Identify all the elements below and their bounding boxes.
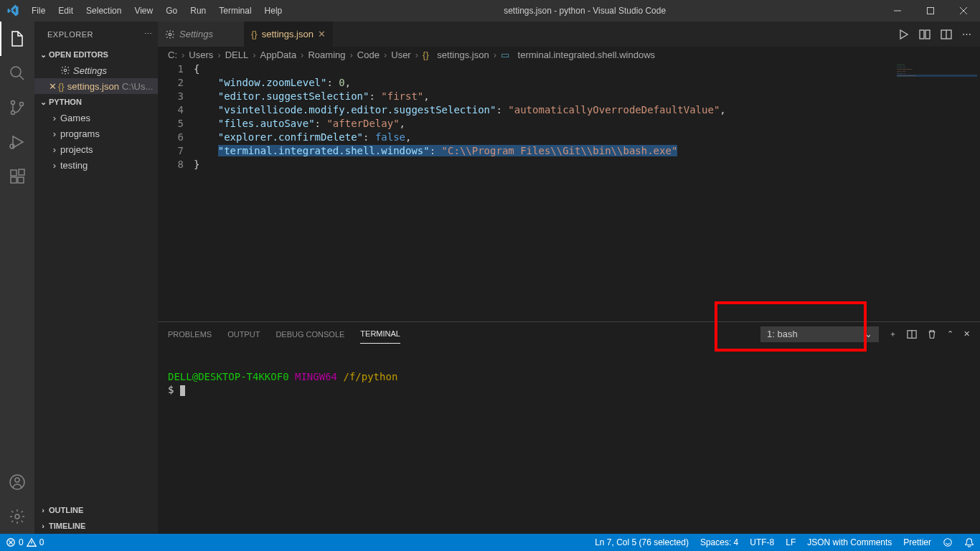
maximize-panel-icon[interactable]: ⌃ <box>947 329 953 339</box>
feedback-icon[interactable] <box>937 537 958 547</box>
svg-point-13 <box>64 69 67 72</box>
svg-point-1 <box>11 67 21 77</box>
menu-run[interactable]: Run <box>184 6 212 16</box>
open-editors-section[interactable]: ⌄ OPEN EDITORS <box>34 47 158 62</box>
gear-icon <box>60 65 70 75</box>
debug-icon[interactable] <box>0 125 34 159</box>
tab-settings[interactable]: Settings <box>158 22 244 47</box>
status-cursor[interactable]: Ln 7, Col 5 (76 selected) <box>589 537 694 547</box>
braces-icon: {} <box>423 50 429 60</box>
open-editor-settings-json[interactable]: ✕ {} settings.json C:\Us... <box>34 78 158 94</box>
panel-tabs: PROBLEMS OUTPUT DEBUG CONSOLE TERMINAL 1… <box>158 322 980 346</box>
panel-tab-problems[interactable]: PROBLEMS <box>168 325 212 344</box>
split-terminal-icon[interactable] <box>907 329 917 339</box>
terminal-selector[interactable]: 1: bash ⌄ <box>760 326 879 342</box>
svg-point-3 <box>11 111 15 115</box>
new-terminal-icon[interactable]: ＋ <box>889 329 897 339</box>
status-errors[interactable]: 0 0 <box>0 537 50 547</box>
line-numbers: 12345678 <box>158 62 194 321</box>
bottom-panel: PROBLEMS OUTPUT DEBUG CONSOLE TERMINAL 1… <box>158 321 980 534</box>
folder-programs[interactable]: ›programs <box>34 126 158 141</box>
chevron-down-icon: ⌄ <box>37 98 49 107</box>
chevron-right-icon: › <box>37 506 49 514</box>
svg-point-2 <box>11 101 15 105</box>
editor-zone: Settings {} settings.json ✕ ⋯ C:› Users›… <box>158 22 980 534</box>
account-icon[interactable] <box>0 465 34 499</box>
trash-icon[interactable] <box>927 329 937 339</box>
chevron-down-icon: ⌄ <box>864 329 872 339</box>
open-editor-settings[interactable]: Settings <box>34 62 158 78</box>
panel-tab-output[interactable]: OUTPUT <box>227 325 260 344</box>
svg-point-14 <box>169 33 171 36</box>
chevron-right-icon: › <box>49 128 60 139</box>
braces-icon: {} <box>251 29 258 39</box>
minimap[interactable]: ▬▬▬▬▬▬▬▬▬▬▬▬▬▬▬ ▬▬▬▬▬▬▬▬▬▬▬▬▬▬▬▬▬▬▬▬▬▬▬▬… <box>894 62 980 321</box>
menu-help[interactable]: Help <box>258 6 289 16</box>
timeline-section[interactable]: ›TIMELINE <box>34 518 158 534</box>
folder-testing[interactable]: ›testing <box>34 157 158 173</box>
svg-point-20 <box>944 539 952 547</box>
chevron-right-icon: › <box>49 113 60 123</box>
svg-point-11 <box>15 478 19 482</box>
split-icon[interactable] <box>941 29 952 40</box>
folder-projects[interactable]: ›projects <box>34 141 158 157</box>
code-content[interactable]: { "window.zoomLevel": 0, "editor.suggest… <box>194 62 980 321</box>
svg-rect-0 <box>928 8 934 14</box>
svg-rect-9 <box>19 169 24 175</box>
outline-section[interactable]: ›OUTLINE <box>34 502 158 518</box>
diff-icon[interactable] <box>919 29 930 40</box>
sidebar: EXPLORER ⋯ ⌄ OPEN EDITORS Settings ✕ {} … <box>34 22 158 534</box>
close-panel-icon[interactable]: ✕ <box>963 329 970 339</box>
terminal-body[interactable]: DELL@DESKTOP-T4KKOF0 MINGW64 /f/python $ <box>158 346 980 534</box>
svg-rect-7 <box>11 177 17 183</box>
status-eol[interactable]: LF <box>780 537 801 547</box>
statusbar: 0 0 Ln 7, Col 5 (76 selected) Spaces: 4 … <box>0 534 980 551</box>
status-prettier[interactable]: Prettier <box>897 537 937 547</box>
minimize-button[interactable] <box>881 0 914 22</box>
status-lang[interactable]: JSON with Comments <box>801 537 897 547</box>
menu-file[interactable]: File <box>25 6 52 16</box>
close-icon[interactable]: ✕ <box>49 81 57 92</box>
gear-icon <box>165 29 175 39</box>
maximize-button[interactable] <box>914 0 947 22</box>
titlebar: File Edit Selection View Go Run Terminal… <box>0 0 980 22</box>
menu-terminal[interactable]: Terminal <box>212 6 258 16</box>
more-icon[interactable]: ⋯ <box>144 29 153 39</box>
chevron-right-icon: › <box>37 522 49 530</box>
search-icon[interactable] <box>0 56 34 90</box>
source-control-icon[interactable] <box>0 90 34 125</box>
menu-edit[interactable]: Edit <box>52 6 80 16</box>
string-icon: ▭ <box>501 50 509 60</box>
folder-games[interactable]: ›Games <box>34 110 158 126</box>
tab-settings-json[interactable]: {} settings.json ✕ <box>244 22 333 47</box>
panel-tab-terminal[interactable]: TERMINAL <box>360 324 400 344</box>
close-icon[interactable]: ✕ <box>318 29 326 39</box>
editor-tabs: Settings {} settings.json ✕ ⋯ <box>158 22 980 47</box>
svg-rect-8 <box>18 177 24 183</box>
explorer-header: EXPLORER ⋯ <box>34 22 158 47</box>
braces-icon: {} <box>58 81 65 92</box>
svg-point-12 <box>15 514 19 519</box>
extensions-icon[interactable] <box>0 159 34 194</box>
more-icon[interactable]: ⋯ <box>962 29 971 39</box>
editor-actions: ⋯ <box>889 22 980 47</box>
editor-body[interactable]: 12345678 { "window.zoomLevel": 0, "edito… <box>158 62 980 321</box>
menu-selection[interactable]: Selection <box>80 6 128 16</box>
close-button[interactable] <box>947 0 980 22</box>
panel-tab-debug-console[interactable]: DEBUG CONSOLE <box>275 325 344 344</box>
explorer-icon[interactable] <box>0 22 34 56</box>
breadcrumbs[interactable]: C:› Users› DELL› AppData› Roaming› Code›… <box>158 47 980 62</box>
status-spaces[interactable]: Spaces: 4 <box>694 537 744 547</box>
activitybar <box>0 22 34 534</box>
status-encoding[interactable]: UTF-8 <box>744 537 780 547</box>
svg-rect-16 <box>925 30 930 39</box>
workspace-section[interactable]: ⌄ PYTHON <box>34 94 158 110</box>
menu-view[interactable]: View <box>128 6 159 16</box>
svg-point-5 <box>10 144 14 149</box>
bell-icon[interactable] <box>958 537 980 547</box>
vscode-icon <box>0 4 25 17</box>
gear-icon[interactable] <box>0 499 34 534</box>
run-icon[interactable] <box>897 29 909 40</box>
menu-go[interactable]: Go <box>159 6 184 16</box>
menubar: File Edit Selection View Go Run Terminal… <box>25 6 288 16</box>
